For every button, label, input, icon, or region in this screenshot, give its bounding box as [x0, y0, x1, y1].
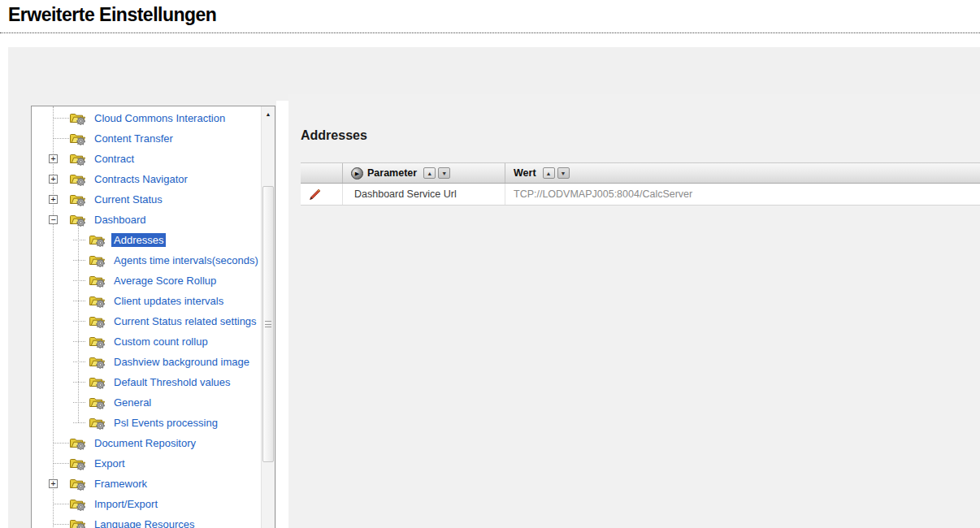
table-header-row: ▶ Parameter ▲ ▼ Wert ▲ ▼: [301, 162, 980, 184]
folder-gear-icon: [69, 132, 86, 145]
column-label: Wert: [514, 167, 536, 179]
tree-connector-stub: [54, 504, 69, 504]
settings-tree-panel: Cloud Commons Interaction Content Transf…: [31, 106, 275, 528]
tree-item[interactable]: Average Score Rollup: [32, 270, 261, 291]
folder-gear-icon: [69, 172, 86, 186]
tree-connector-stub: [73, 402, 85, 403]
sort-descending-icon[interactable]: ▼: [438, 167, 450, 179]
sort-descending-icon[interactable]: ▼: [557, 167, 570, 179]
folder-gear-icon: [69, 477, 86, 491]
folder-gear-icon: [69, 517, 86, 528]
scrollbar-grip-icon: [265, 321, 271, 327]
collapse-minus-icon[interactable]: −: [49, 215, 58, 224]
header-cell-parameter: ▶ Parameter ▲ ▼: [343, 163, 505, 183]
folder-gear-icon: [69, 111, 86, 125]
tree-item-label: Agents time intervals(seconds): [111, 253, 261, 267]
tree-connector-stub: [73, 260, 85, 261]
expand-plus-icon[interactable]: +: [49, 175, 58, 184]
tree-item[interactable]: + Contracts Navigator: [32, 169, 261, 189]
folder-gear-icon: [89, 335, 106, 348]
content-area: Cloud Commons Interaction Content Transf…: [8, 47, 980, 528]
scrollbar-thumb[interactable]: [262, 186, 274, 462]
tree-item-label: Psl Events processing: [111, 416, 220, 430]
tree-item[interactable]: Addresses: [32, 230, 261, 250]
tree-item-label: Framework: [92, 477, 150, 491]
tree-items: Cloud Commons Interaction Content Transf…: [32, 108, 261, 528]
folder-gear-icon: [69, 457, 86, 470]
tree-item[interactable]: Cloud Commons Interaction: [32, 108, 261, 128]
tree-item-label: Export: [92, 457, 128, 470]
tree-item-label: Average Score Rollup: [111, 274, 219, 288]
sort-ascending-icon[interactable]: ▲: [543, 167, 555, 179]
tree-item[interactable]: Language Resources: [32, 514, 261, 528]
tree-item-label: Contract: [92, 152, 137, 166]
tree-item[interactable]: General: [32, 392, 261, 413]
value-cell: TCP://LODVMAPJ005:8004/CalcServer: [505, 184, 980, 205]
tree-item-label: Addresses: [111, 233, 166, 247]
table-row: Dashboard Service Url TCP://LODVMAPJ005:…: [301, 184, 980, 206]
tree-item[interactable]: Dashview background image: [32, 352, 261, 372]
tree-item-label: Custom count rollup: [111, 335, 210, 348]
tree-item-label: Cloud Commons Interaction: [92, 111, 228, 125]
tree-item[interactable]: Import/Export: [32, 494, 261, 514]
folder-gear-icon: [89, 355, 106, 369]
expand-plus-icon[interactable]: +: [49, 479, 58, 488]
folder-gear-icon: [69, 436, 86, 450]
header-cell-actions: [301, 163, 343, 183]
tree-item-label: Dashview background image: [111, 355, 252, 369]
tree-item-label: Client updates intervals: [111, 294, 226, 308]
tree-connector-stub: [73, 280, 85, 281]
tree-connector-stub: [73, 321, 85, 322]
folder-gear-icon: [69, 213, 86, 227]
panel-gap: [276, 101, 288, 528]
column-label: Parameter: [367, 167, 417, 179]
panel-title: Addresses: [301, 128, 367, 143]
tree-scrollbar[interactable]: ▲: [261, 106, 275, 528]
parameter-cell: Dashboard Service Url: [343, 184, 505, 205]
tree-connector-stub: [54, 524, 69, 525]
tree-connector-stub: [73, 301, 85, 301]
tree-connector-stub: [54, 443, 69, 444]
scroll-up-icon[interactable]: ▲: [262, 109, 275, 120]
folder-gear-icon: [89, 253, 106, 267]
tree-connector-stub: [54, 463, 69, 464]
tree-item[interactable]: Custom count rollup: [32, 331, 261, 352]
tree-item-label: Default Threshold values: [111, 375, 233, 389]
folder-gear-icon: [89, 233, 106, 247]
tree-connector-stub: [73, 361, 85, 362]
parameters-table: ▶ Parameter ▲ ▼ Wert ▲ ▼: [301, 162, 980, 206]
row-actions-cell: [301, 184, 343, 205]
expand-plus-icon[interactable]: +: [49, 195, 58, 204]
tree-item-label: Language Resources: [92, 517, 197, 528]
tree-item[interactable]: + Current Status: [32, 189, 261, 210]
tree-item[interactable]: Content Transfer: [32, 128, 261, 149]
sort-ascending-icon[interactable]: ▲: [423, 167, 436, 179]
title-divider: [0, 32, 980, 33]
tree-item[interactable]: Export: [32, 453, 261, 474]
expand-plus-icon[interactable]: +: [49, 154, 58, 163]
tree-item[interactable]: Document Repository: [32, 433, 261, 453]
tree-item-label: Contracts Navigator: [92, 172, 190, 186]
tree-item[interactable]: Client updates intervals: [32, 291, 261, 311]
tree-item[interactable]: Default Threshold values: [32, 372, 261, 392]
header-cell-wert: Wert ▲ ▼: [505, 163, 980, 183]
tree-item-label: Content Transfer: [92, 132, 176, 145]
tree-item[interactable]: Current Status related settings: [32, 311, 261, 331]
tree-item-label: Document Repository: [92, 436, 198, 450]
tree-connector-stub: [54, 138, 69, 139]
group-expand-icon[interactable]: ▶: [351, 167, 363, 180]
tree-item[interactable]: Agents time intervals(seconds): [32, 250, 261, 270]
folder-gear-icon: [89, 274, 106, 288]
edit-pencil-icon[interactable]: [308, 188, 321, 201]
tree-connector-stub: [73, 422, 85, 423]
folder-gear-icon: [69, 497, 86, 511]
page-title: Erweiterte Einstellungen: [8, 4, 216, 26]
tree-item-label: Current Status: [92, 193, 165, 206]
tree-connector-stub: [54, 118, 69, 119]
tree-item[interactable]: Psl Events processing: [32, 413, 261, 433]
tree-item[interactable]: − Dashboard: [32, 210, 261, 230]
tree-item[interactable]: + Framework: [32, 474, 261, 494]
tree-item-label: General: [111, 396, 154, 409]
folder-gear-icon: [89, 375, 106, 389]
tree-item[interactable]: + Contract: [32, 149, 261, 169]
